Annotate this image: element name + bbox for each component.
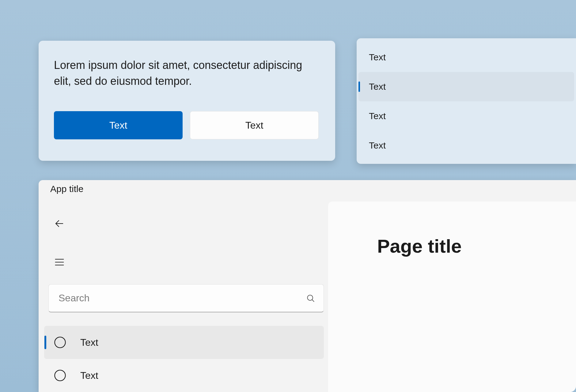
list-item-label: Text (369, 52, 386, 62)
dialog-button-row: Text Text (54, 111, 320, 139)
hamburger-button[interactable] (48, 252, 70, 274)
dialog-body-text: Lorem ipsum dolor sit amet, consectetur … (54, 57, 320, 89)
sidebar: Text Text (39, 198, 328, 392)
nav-items: Text Text (44, 326, 324, 392)
selection-indicator (44, 336, 46, 349)
nav-item[interactable]: Text (44, 326, 324, 359)
svg-point-6 (55, 337, 66, 348)
list-item[interactable]: Text (357, 131, 576, 160)
list-item[interactable]: Text (357, 101, 576, 131)
nav-item-label: Text (80, 370, 98, 381)
search-icon (305, 293, 316, 304)
svg-point-4 (307, 295, 313, 300)
search-input[interactable] (59, 292, 305, 304)
page-title: Page title (377, 235, 576, 257)
dialog-primary-button[interactable]: Text (54, 111, 183, 139)
app-title: App title (50, 184, 83, 194)
list-item[interactable]: Text (358, 72, 574, 101)
svg-point-7 (55, 370, 66, 381)
list-item-label: Text (369, 81, 386, 92)
content-area: Page title (328, 202, 576, 392)
search-box[interactable] (48, 284, 324, 312)
list-item-label: Text (369, 111, 386, 121)
list-item[interactable]: Text (357, 43, 576, 72)
dialog-card: Lorem ipsum dolor sit amet, consectetur … (39, 41, 335, 161)
app-window: App title (39, 180, 576, 392)
nav-item-label: Text (80, 337, 98, 348)
app-titlebar: App title (39, 180, 576, 198)
selection-indicator (358, 81, 360, 92)
circle-icon (53, 369, 67, 382)
circle-icon (53, 336, 67, 349)
nav-item[interactable]: Text (44, 359, 324, 392)
list-item-label: Text (369, 140, 386, 151)
dialog-secondary-button[interactable]: Text (190, 111, 319, 139)
list-panel: Text Text Text Text (357, 38, 576, 164)
app-body: Text Text Page title (39, 198, 576, 392)
arrow-left-icon (54, 218, 65, 230)
svg-line-5 (312, 300, 314, 302)
back-button[interactable] (48, 213, 70, 235)
hamburger-icon (54, 256, 65, 269)
